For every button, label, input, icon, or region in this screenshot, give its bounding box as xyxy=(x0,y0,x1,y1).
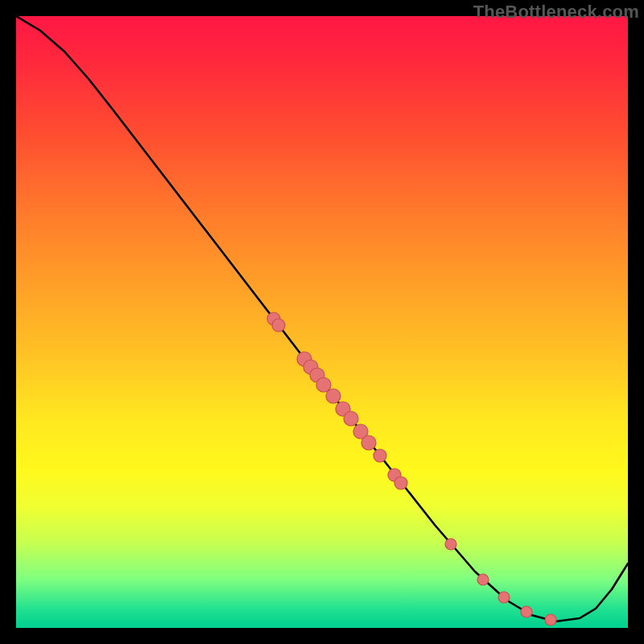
scatter-dot xyxy=(445,539,456,550)
chart-svg xyxy=(16,16,628,628)
watermark-text: TheBottleneck.com xyxy=(473,2,639,23)
scatter-dot xyxy=(498,592,510,603)
scatter-dot xyxy=(272,319,285,332)
scatter-dot xyxy=(394,477,407,489)
scatter-dot xyxy=(545,614,556,625)
plot-area xyxy=(16,16,628,628)
scatter-dot xyxy=(477,574,489,585)
scatter-dot xyxy=(374,449,386,462)
scatter-markers xyxy=(267,312,556,625)
scatter-dot xyxy=(521,606,532,617)
scatter-dot xyxy=(344,411,358,426)
scatter-dot xyxy=(361,436,376,450)
bottleneck-curve xyxy=(16,16,628,621)
chart-frame: TheBottleneck.com xyxy=(0,0,644,644)
scatter-dot xyxy=(326,389,341,403)
